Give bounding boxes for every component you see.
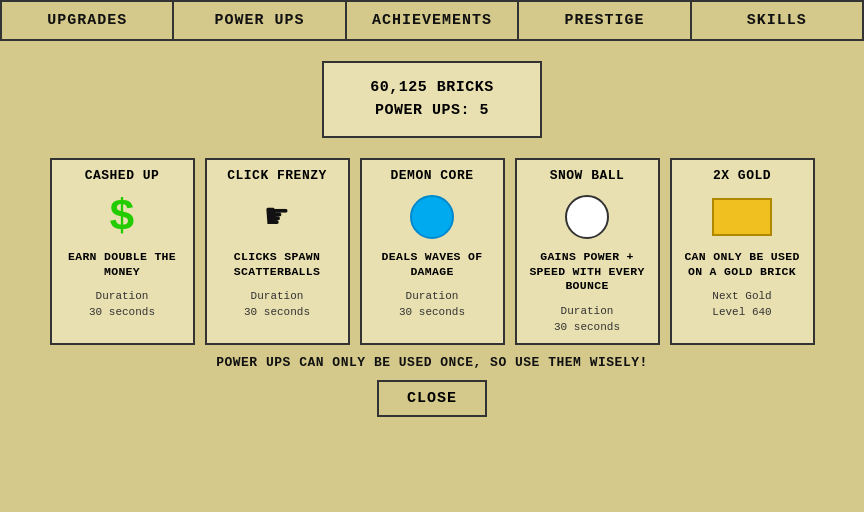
nav-upgrades[interactable]: UPGRADES	[2, 2, 174, 39]
powerup-footer-demon-core: Duration 30 seconds	[399, 289, 465, 320]
hand-icon: ☛	[247, 192, 307, 242]
powerup-title-demon-core: DEMON CORE	[390, 168, 473, 184]
powerup-snow-ball[interactable]: SNOW BALL GAINS POWER + SPEED WITH EVERY…	[515, 158, 660, 345]
powerup-footer-2x-gold: Next Gold Level 640	[712, 289, 771, 320]
main-content: 60,125 BRICKS POWER UPS: 5 CASHED UP $ E…	[0, 41, 864, 427]
nav-skills[interactable]: SKILLS	[692, 2, 862, 39]
circle-white-icon	[557, 192, 617, 242]
powerup-desc-demon-core: DEALS WAVES OF DAMAGE	[368, 250, 497, 280]
nav-prestige[interactable]: PRESTIGE	[519, 2, 691, 39]
nav-achievements[interactable]: ACHIEVEMENTS	[347, 2, 519, 39]
powerup-click-frenzy[interactable]: CLICK FRENZY ☛ CLICKS SPAWN SCATTERBALLS…	[205, 158, 350, 345]
powerups-count: POWER UPS: 5	[334, 100, 530, 123]
powerup-footer-click-frenzy: Duration 30 seconds	[244, 289, 310, 320]
powerup-desc-cashed-up: EARN DOUBLE THE MONEY	[58, 250, 187, 280]
powerup-footer-cashed-up: Duration 30 seconds	[89, 289, 155, 320]
powerup-title-cashed-up: CASHED UP	[85, 168, 160, 184]
close-button[interactable]: CLOSE	[377, 380, 487, 417]
info-box: 60,125 BRICKS POWER UPS: 5	[322, 61, 542, 138]
powerup-footer-snow-ball: Duration 30 seconds	[554, 304, 620, 335]
powerup-desc-snow-ball: GAINS POWER + SPEED WITH EVERY BOUNCE	[523, 250, 652, 295]
powerup-title-click-frenzy: CLICK FRENZY	[227, 168, 327, 184]
powerup-2x-gold[interactable]: 2X GOLD CAN ONLY BE USED ON A GOLD BRICK…	[670, 158, 815, 345]
circle-blue-icon	[402, 192, 462, 242]
dollar-icon: $	[92, 192, 152, 242]
powerup-desc-click-frenzy: CLICKS SPAWN SCATTERBALLS	[213, 250, 342, 280]
gold-rect-icon	[712, 192, 772, 242]
powerup-title-snow-ball: SNOW BALL	[550, 168, 625, 184]
nav-bar: UPGRADES POWER UPS ACHIEVEMENTS PRESTIGE…	[2, 2, 862, 41]
powerups-row: CASHED UP $ EARN DOUBLE THE MONEY Durati…	[20, 158, 844, 345]
bricks-count: 60,125 BRICKS	[334, 77, 530, 100]
powerup-title-2x-gold: 2X GOLD	[713, 168, 771, 184]
powerup-demon-core[interactable]: DEMON CORE DEALS WAVES OF DAMAGE Duratio…	[360, 158, 505, 345]
powerup-cashed-up[interactable]: CASHED UP $ EARN DOUBLE THE MONEY Durati…	[50, 158, 195, 345]
powerup-desc-2x-gold: CAN ONLY BE USED ON A GOLD BRICK	[678, 250, 807, 280]
bottom-message: POWER UPS CAN ONLY BE USED ONCE, SO USE …	[20, 355, 844, 370]
nav-powerups[interactable]: POWER UPS	[174, 2, 346, 39]
